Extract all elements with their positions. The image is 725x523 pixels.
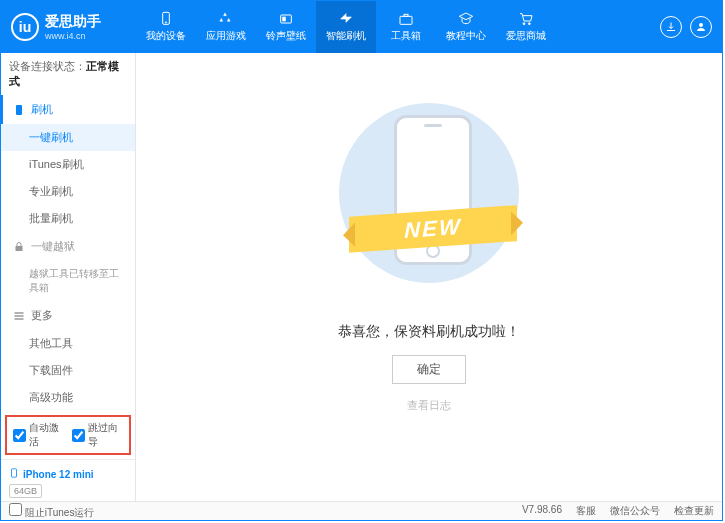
version-label: V7.98.66 — [522, 504, 562, 518]
section-more-label: 更多 — [31, 308, 53, 323]
device-name: iPhone 12 mini — [23, 469, 94, 480]
success-illustration: NEW — [329, 93, 529, 293]
svg-point-6 — [523, 23, 525, 25]
nav-label: 我的设备 — [146, 29, 186, 43]
device-phone-icon — [9, 466, 19, 482]
sidebar-flash-item-1[interactable]: iTunes刷机 — [1, 151, 135, 178]
svg-rect-5 — [404, 14, 408, 16]
block-itunes-input[interactable] — [9, 503, 22, 516]
sidebar-flash-item-2[interactable]: 专业刷机 — [1, 178, 135, 205]
section-jailbreak-label: 一键越狱 — [31, 239, 75, 254]
sidebar-more-item-2[interactable]: 高级功能 — [1, 384, 135, 411]
lock-icon — [13, 241, 25, 253]
connection-status: 设备连接状态：正常模式 — [1, 53, 135, 95]
nav-apps[interactable]: 应用游戏 — [196, 1, 256, 53]
wechat-link[interactable]: 微信公众号 — [610, 504, 660, 518]
conn-label: 设备连接状态： — [9, 60, 86, 72]
svg-rect-12 — [15, 315, 24, 316]
app-url: www.i4.cn — [45, 31, 101, 41]
app-header: iu 爱思助手 www.i4.cn 我的设备应用游戏铃声壁纸智能刷机工具箱教程中… — [1, 1, 722, 53]
ringtone-icon — [277, 11, 295, 27]
skip-guide-label: 跳过向导 — [88, 421, 123, 449]
skip-guide-checkbox[interactable]: 跳过向导 — [72, 421, 123, 449]
success-message: 恭喜您，保资料刷机成功啦！ — [338, 323, 520, 341]
support-link[interactable]: 客服 — [576, 504, 596, 518]
phone-icon — [13, 104, 25, 116]
store-icon — [517, 11, 535, 27]
download-icon[interactable] — [660, 16, 682, 38]
block-itunes-label: 阻止iTunes运行 — [25, 507, 95, 518]
svg-rect-4 — [400, 16, 412, 24]
sidebar-flash-item-3[interactable]: 批量刷机 — [1, 205, 135, 232]
list-icon — [13, 310, 25, 322]
app-title: 爱思助手 — [45, 13, 101, 31]
logo: iu 爱思助手 www.i4.cn — [1, 13, 136, 41]
toolbox-icon — [397, 11, 415, 27]
logo-icon: iu — [11, 13, 39, 41]
svg-point-1 — [165, 22, 166, 23]
device-icon — [157, 11, 175, 27]
section-more[interactable]: 更多 — [1, 301, 135, 330]
main-content: NEW 恭喜您，保资料刷机成功啦！ 确定 查看日志 — [136, 53, 722, 502]
svg-rect-9 — [16, 105, 22, 115]
nav-flash[interactable]: 智能刷机 — [316, 1, 376, 53]
nav-label: 工具箱 — [391, 29, 421, 43]
svg-point-7 — [528, 23, 530, 25]
auto-activate-label: 自动激活 — [29, 421, 64, 449]
nav-label: 教程中心 — [446, 29, 486, 43]
svg-rect-11 — [15, 312, 24, 313]
ok-button[interactable]: 确定 — [392, 355, 466, 384]
svg-rect-10 — [16, 246, 23, 251]
nav-store[interactable]: 爱思商城 — [496, 1, 556, 53]
sidebar-more-item-1[interactable]: 下载固件 — [1, 357, 135, 384]
svg-point-8 — [699, 23, 703, 27]
sidebar: 设备连接状态：正常模式 刷机 一键刷机iTunes刷机专业刷机批量刷机 一键越狱… — [1, 53, 136, 502]
section-jailbreak: 一键越狱 — [1, 232, 135, 261]
check-update-link[interactable]: 检查更新 — [674, 504, 714, 518]
flash-icon — [337, 11, 355, 27]
top-nav: 我的设备应用游戏铃声壁纸智能刷机工具箱教程中心爱思商城 — [136, 1, 650, 53]
nav-label: 应用游戏 — [206, 29, 246, 43]
nav-label: 爱思商城 — [506, 29, 546, 43]
block-itunes-checkbox[interactable]: 阻止iTunes运行 — [9, 503, 94, 520]
nav-label: 智能刷机 — [326, 29, 366, 43]
skip-guide-input[interactable] — [72, 429, 85, 442]
nav-device[interactable]: 我的设备 — [136, 1, 196, 53]
nav-ringtone[interactable]: 铃声壁纸 — [256, 1, 316, 53]
auto-activate-input[interactable] — [13, 429, 26, 442]
nav-tutorial[interactable]: 教程中心 — [436, 1, 496, 53]
nav-label: 铃声壁纸 — [266, 29, 306, 43]
apps-icon — [217, 11, 235, 27]
svg-rect-2 — [281, 15, 292, 23]
sidebar-more-item-0[interactable]: 其他工具 — [1, 330, 135, 357]
user-icon[interactable] — [690, 16, 712, 38]
option-checkboxes: 自动激活 跳过向导 — [5, 415, 131, 455]
jailbreak-note: 越狱工具已转移至工具箱 — [1, 261, 135, 301]
svg-rect-13 — [15, 318, 24, 319]
view-log-link[interactable]: 查看日志 — [407, 398, 451, 413]
svg-rect-14 — [12, 469, 17, 477]
auto-activate-checkbox[interactable]: 自动激活 — [13, 421, 64, 449]
device-storage: 64GB — [9, 484, 42, 498]
svg-rect-3 — [283, 17, 286, 21]
sidebar-flash-item-0[interactable]: 一键刷机 — [1, 124, 135, 151]
nav-toolbox[interactable]: 工具箱 — [376, 1, 436, 53]
section-flash-label: 刷机 — [31, 102, 53, 117]
section-flash[interactable]: 刷机 — [1, 95, 135, 124]
tutorial-icon — [457, 11, 475, 27]
status-bar: 阻止iTunes运行 V7.98.66 客服 微信公众号 检查更新 — [1, 501, 722, 520]
